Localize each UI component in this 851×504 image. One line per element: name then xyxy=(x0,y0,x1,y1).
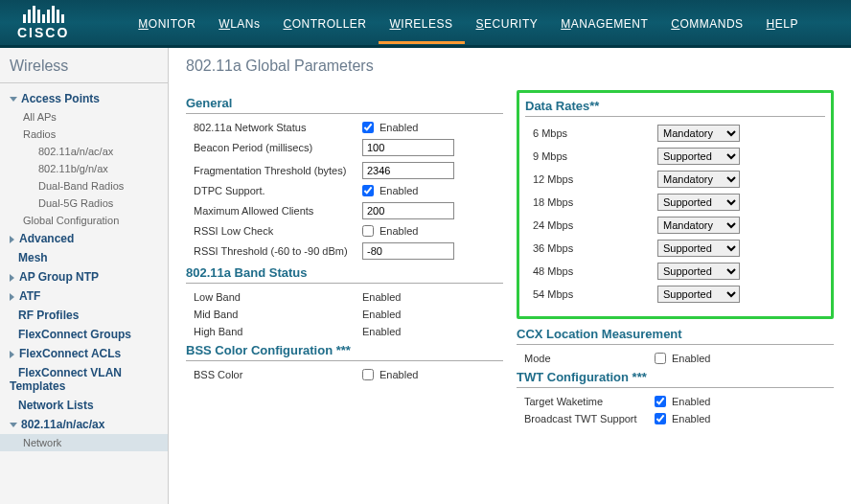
twt-target-waketime-checkbox[interactable] xyxy=(655,396,666,407)
sidebar-item-802-11a-n-ac-ax[interactable]: 802.11a/n/ac/ax xyxy=(0,415,168,434)
rate-36-mbps-select[interactable]: Supported xyxy=(657,240,740,257)
network-status-checkbox[interactable] xyxy=(362,122,374,133)
beacon-label: Beacon Period (millisecs) xyxy=(194,142,356,153)
ccx-mode-label: Mode xyxy=(524,353,649,364)
section-general-title: General xyxy=(186,96,503,114)
section-bss-title: BSS Color Configuration *** xyxy=(186,343,503,361)
rate-48-mbps-select[interactable]: Supported xyxy=(657,263,740,280)
band-high-band-label: High Band xyxy=(194,326,356,337)
section-rates-title: Data Rates** xyxy=(525,99,825,117)
twt-broadcast-twt-support-label: Broadcast TWT Support xyxy=(524,413,649,424)
sidebar-tree: Access PointsAll APs Radios802.11a/n/ac/… xyxy=(0,89,168,451)
ccx-mode-checkbox[interactable] xyxy=(655,353,666,364)
rssi-low-label: RSSI Low Check xyxy=(194,225,356,237)
brand-text: CISCO xyxy=(17,25,69,40)
left-column: General 802.11a Network StatusEnabled Be… xyxy=(186,90,503,430)
section-band-title: 802.11a Band Status xyxy=(186,265,503,284)
rate-54-mbps-select[interactable]: Supported xyxy=(657,286,740,303)
nav-help[interactable]: HELP xyxy=(755,2,810,44)
max-clients-input[interactable] xyxy=(362,202,454,219)
rate-9-mbps-select[interactable]: Supported xyxy=(657,148,740,165)
rate-9-mbps-label: 9 Mbps xyxy=(533,150,657,162)
rate-24-mbps-label: 24 Mbps xyxy=(533,219,657,231)
sidebar-item-flexconnect-groups[interactable]: FlexConnect Groups xyxy=(0,325,168,344)
sidebar-item-802-11a-n-ac-ax[interactable]: 802.11a/n/ac/ax xyxy=(0,143,168,160)
cisco-logo: CISCO xyxy=(17,6,69,40)
sidebar-item-atf[interactable]: ATF xyxy=(0,286,168,306)
content: 802.11a Global Parameters General 802.11… xyxy=(169,48,851,504)
nav-monitor[interactable]: MONITOR xyxy=(126,2,207,44)
sidebar-item-dual-5g-radios[interactable]: Dual-5G Radios xyxy=(0,195,168,212)
rate-54-mbps-label: 54 Mbps xyxy=(533,288,657,300)
sidebar-item-flexconnect-acls[interactable]: FlexConnect ACLs xyxy=(0,344,168,363)
sidebar-item-all-aps[interactable]: All APs xyxy=(0,108,168,126)
beacon-input[interactable] xyxy=(362,139,454,156)
section-ccx-title: CCX Location Measurement xyxy=(517,327,834,345)
network-status-label: 802.11a Network Status xyxy=(194,122,356,133)
sidebar-item-ap-group-ntp[interactable]: AP Group NTP xyxy=(0,267,168,286)
rate-48-mbps-label: 48 Mbps xyxy=(533,265,657,277)
sidebar-item-rf-profiles[interactable]: RF Profiles xyxy=(0,306,168,325)
frag-label: Fragmentation Threshold (bytes) xyxy=(194,165,356,176)
band-mid-band-value: Enabled xyxy=(362,309,401,320)
rate-24-mbps-select[interactable]: Mandatory xyxy=(657,217,740,234)
rate-36-mbps-label: 36 Mbps xyxy=(533,242,657,254)
band-low-band-value: Enabled xyxy=(362,291,401,303)
right-column: Data Rates** 6 MbpsMandatory9 MbpsSuppor… xyxy=(517,90,834,430)
dtpc-chk-label: Enabled xyxy=(380,185,418,196)
band-low-band-label: Low Band xyxy=(194,291,356,303)
section-twt-title: TWT Configuration *** xyxy=(517,370,834,388)
network-status-chk-label: Enabled xyxy=(380,122,418,133)
sidebar-item-flexconnect-vlan-templates[interactable]: FlexConnect VLAN Templates xyxy=(0,363,168,396)
ccx-mode-chk-label: Enabled xyxy=(672,353,710,364)
sidebar-item-network[interactable]: Network xyxy=(0,434,168,451)
rssi-thresh-label: RSSI Threshold (-60 to -90 dBm) xyxy=(194,245,356,257)
nav-wlans[interactable]: WLANs xyxy=(207,2,271,44)
dtpc-checkbox[interactable] xyxy=(362,185,374,196)
sidebar-title: Wireless xyxy=(0,57,168,83)
sidebar-item-global-configuration[interactable]: Global Configuration xyxy=(0,212,168,229)
sidebar-item-dual-band-radios[interactable]: Dual-Band Radios xyxy=(0,177,168,195)
logo-bars-icon xyxy=(23,6,64,23)
page-title: 802.11a Global Parameters xyxy=(186,57,834,75)
rate-6-mbps-select[interactable]: Mandatory xyxy=(657,125,740,142)
sidebar-item-radios[interactable]: Radios xyxy=(0,126,168,143)
sidebar-item-network-lists[interactable]: Network Lists xyxy=(0,396,168,415)
nav-controller[interactable]: CONTROLLER xyxy=(271,2,378,44)
topbar: CISCO MONITORWLANsCONTROLLERWIRELESSSECU… xyxy=(0,0,851,48)
twt-target-waketime-chk-label: Enabled xyxy=(672,396,710,407)
band-mid-band-label: Mid Band xyxy=(194,309,356,320)
rssi-low-chk-label: Enabled xyxy=(380,225,418,237)
twt-target-waketime-label: Target Waketime xyxy=(524,396,649,407)
nav-wireless[interactable]: WIRELESS xyxy=(379,2,465,44)
twt-broadcast-twt-support-chk-label: Enabled xyxy=(672,413,710,424)
sidebar-item-mesh[interactable]: Mesh xyxy=(0,248,168,267)
sidebar-item-access-points[interactable]: Access Points xyxy=(0,89,168,108)
rssi-thresh-input[interactable] xyxy=(362,242,454,260)
rate-6-mbps-label: 6 Mbps xyxy=(533,127,657,139)
twt-broadcast-twt-support-checkbox[interactable] xyxy=(655,413,666,424)
nav-commands[interactable]: COMMANDS xyxy=(659,2,754,44)
sidebar-item-advanced[interactable]: Advanced xyxy=(0,229,168,248)
bss-color-checkbox[interactable] xyxy=(362,369,374,380)
rate-18-mbps-select[interactable]: Supported xyxy=(657,194,740,211)
rssi-low-checkbox[interactable] xyxy=(362,225,374,237)
band-high-band-value: Enabled xyxy=(362,326,401,337)
bss-color-label: BSS Color xyxy=(194,369,356,380)
data-rates-highlight: Data Rates** 6 MbpsMandatory9 MbpsSuppor… xyxy=(517,90,834,319)
max-clients-label: Maximum Allowed Clients xyxy=(194,205,356,217)
rate-12-mbps-select[interactable]: Mandatory xyxy=(657,171,740,188)
rate-12-mbps-label: 12 Mbps xyxy=(533,173,657,185)
nav-security[interactable]: SECURITY xyxy=(465,2,550,44)
dtpc-label: DTPC Support. xyxy=(194,185,356,196)
rate-18-mbps-label: 18 Mbps xyxy=(533,196,657,208)
bss-color-chk-label: Enabled xyxy=(380,369,418,380)
top-nav: MONITORWLANsCONTROLLERWIRELESSSECURITYMA… xyxy=(126,2,810,44)
frag-input[interactable] xyxy=(362,162,454,179)
sidebar: Wireless Access PointsAll APs Radios802.… xyxy=(0,48,169,504)
sidebar-item-802-11b-g-n-ax[interactable]: 802.11b/g/n/ax xyxy=(0,160,168,177)
nav-management[interactable]: MANAGEMENT xyxy=(549,2,659,44)
